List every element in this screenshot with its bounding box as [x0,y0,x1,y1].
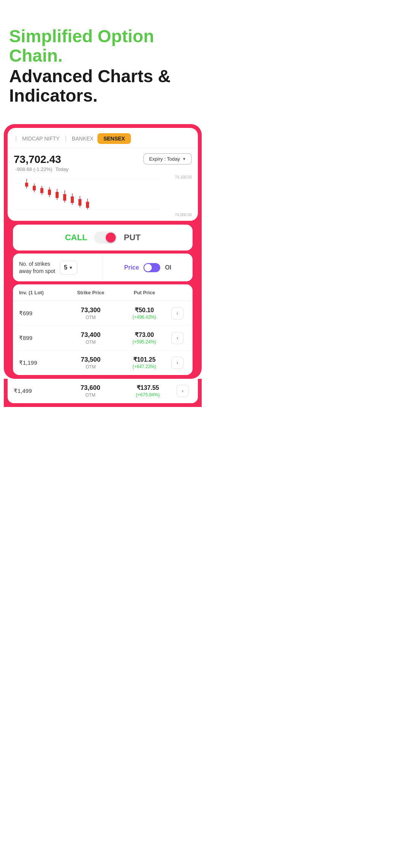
call-label: CALL [65,233,88,243]
svg-rect-3 [25,183,28,187]
small-toggle-knob [144,264,152,271]
options-panel: CALL PUT No. of strikes away from spot 5… [9,221,196,378]
svg-rect-13 [63,194,66,201]
svg-rect-5 [33,186,36,190]
call-put-toggle-card: CALL PUT [13,225,193,251]
strike-type-2: OTM [64,364,118,370]
tab-divider-1: | [15,135,17,142]
put-change-2: (+647.23%) [118,364,171,369]
hero-title-black: Advanced Charts & Indicators. [9,67,196,105]
strikes-select[interactable]: 5 ▼ [60,261,77,274]
strikes-config-card: No. of strikes away from spot 5 ▼ Price … [13,254,193,281]
td-put-3: ₹137.55 (+675.84%) [119,384,177,397]
svg-rect-7 [40,188,43,193]
tab-sensex[interactable]: SENSEX [97,133,131,144]
chart-y-high: 74,100.00 [175,175,192,179]
hero-section: Simplified Option Chain. Advanced Charts… [0,0,206,124]
table-header: Inv. (1 Lot) Strike Price Put Price [13,284,193,301]
oi-label: OI [165,264,171,271]
price-change-value: -908.68 (-1.22%) [15,166,53,172]
price-oi-toggle[interactable] [143,263,160,272]
td-arrow-2: › [171,357,186,369]
th-strike: Strike Price [64,290,118,295]
main-card: | MIDCAP NIFTY | BANKEX SENSEX 73,702.43… [4,124,202,378]
put-change-1: (+595.24%) [118,339,171,345]
td-arrow-1: › [171,332,186,344]
strike-price-0: 73,300 [81,306,100,314]
row-arrow-button-1[interactable]: › [171,332,183,344]
table-row-last: ₹1,499 73,600 OTM ₹137.55 (+675.84%) › [8,379,198,403]
expiry-button[interactable]: Expiry : Today ▼ [143,153,192,164]
td-strike-1: 73,400 OTM [64,331,118,345]
hero-title-green: Simplified Option Chain. [9,27,196,65]
put-change-3: (+675.84%) [119,392,177,397]
call-put-toggle[interactable] [94,231,117,244]
strike-price-3: 73,600 [80,384,100,391]
expiry-label: Expiry : Today [149,156,180,162]
strike-type-1: OTM [64,340,118,345]
price-change-date: Today [55,166,68,172]
tabs-row: | MIDCAP NIFTY | BANKEX SENSEX [8,128,198,148]
price-label: Price [124,264,139,271]
strikes-label-line1: No. of strikes [19,261,50,267]
price-value: 73,702.43 [14,153,68,166]
chart-y-low: 74,000.00 [175,213,192,217]
table-row: ₹699 73,300 OTM ₹50.10 (+496.43%) › [13,301,193,326]
chart-area: 74,100.00 74,000.00 [8,175,198,221]
toggle-knob [106,233,116,243]
strikes-right: Price OI [103,254,193,281]
chart-card: | MIDCAP NIFTY | BANKEX SENSEX 73,702.43… [8,128,198,221]
td-strike-2: 73,500 OTM [64,356,118,370]
table-row: ₹899 73,400 OTM ₹73.00 (+595.24%) › [13,326,193,351]
tab-bankex[interactable]: BANKEX [68,134,97,143]
price-section: 73,702.43 -908.68 (-1.22%) Today Expiry … [8,148,198,175]
candlestick-chart [14,175,192,217]
put-price-3: ₹137.55 [137,385,159,391]
tab-midcap-nifty[interactable]: MIDCAP NIFTY [18,134,64,143]
svg-rect-9 [48,190,51,195]
strike-type-3: OTM [62,393,119,398]
price-info: 73,702.43 -908.68 (-1.22%) Today [14,153,68,172]
svg-rect-19 [86,202,89,208]
svg-rect-17 [78,199,81,206]
strike-price-1: 73,400 [81,331,100,338]
td-put-0: ₹50.10 (+496.43%) [118,306,171,320]
row-arrow-button-2[interactable]: › [171,357,183,369]
th-inv: Inv. (1 Lot) [19,290,64,295]
put-price-1: ₹73.00 [135,332,154,338]
chart-y-labels: 74,100.00 74,000.00 [175,175,192,217]
td-strike-3: 73,600 OTM [62,384,119,398]
td-inv-2: ₹1,199 [19,359,64,366]
strike-type-0: OTM [64,315,118,320]
page-wrapper: Simplified Option Chain. Advanced Charts… [0,0,206,407]
strikes-left: No. of strikes away from spot 5 ▼ [13,254,103,281]
put-price-0: ₹50.10 [135,307,154,313]
last-row-container: ₹1,499 73,600 OTM ₹137.55 (+675.84%) › [4,379,202,407]
td-arrow-3: › [177,385,192,397]
tab-divider-2: | [65,135,67,142]
td-arrow-0: › [171,307,186,319]
td-put-1: ₹73.00 (+595.24%) [118,331,171,345]
td-inv-1: ₹899 [19,335,64,341]
svg-rect-15 [71,196,74,203]
price-change: -908.68 (-1.22%) Today [14,166,68,172]
td-strike-0: 73,300 OTM [64,306,118,320]
table-row: ₹1,199 73,500 OTM ₹101.25 (+647.23%) › [13,351,193,375]
put-change-0: (+496.43%) [118,314,171,320]
th-arrow [171,290,186,295]
td-inv-0: ₹699 [19,310,64,317]
strikes-value: 5 [64,264,67,271]
options-table-card: Inv. (1 Lot) Strike Price Put Price ₹699… [13,284,193,375]
chevron-down-icon: ▼ [69,265,73,270]
strike-price-2: 73,500 [81,356,100,363]
row-arrow-button-0[interactable]: › [171,307,183,319]
th-put: Put Price [118,290,171,295]
svg-rect-11 [56,192,59,198]
row-arrow-button-3[interactable]: › [177,385,189,397]
put-label: PUT [124,233,140,243]
strikes-text: No. of strikes away from spot [19,260,55,274]
td-inv-3: ₹1,499 [14,388,62,394]
chevron-down-icon: ▼ [182,157,186,161]
strikes-label-line2: away from spot [19,268,55,274]
put-price-2: ₹101.25 [133,356,156,363]
